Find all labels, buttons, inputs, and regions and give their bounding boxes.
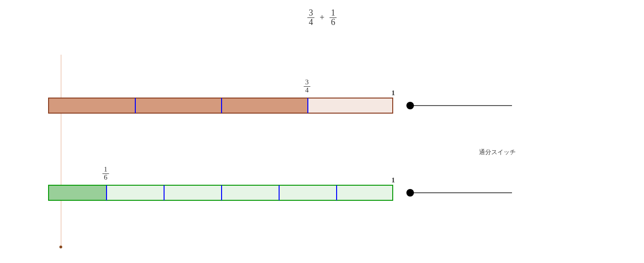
common-denominator-switch-label: 通分スイッチ	[479, 148, 516, 156]
bar-divider	[164, 185, 165, 200]
bar-divider	[221, 185, 222, 200]
bar-divider	[221, 98, 222, 113]
fraction-bar-top	[48, 98, 393, 114]
diagram-canvas: 3 4 + 1 6 3 4 1 1 6 1 通分スイッチ	[0, 0, 644, 263]
fraction-bar-top-label: 3 4	[304, 79, 310, 94]
expression: 3 4 + 1 6	[307, 8, 337, 27]
fraction-1-den: 4	[307, 17, 314, 27]
slider-bottom[interactable]	[410, 192, 512, 193]
fraction-bar-bottom-label: 1 6	[102, 166, 109, 181]
slider-bottom-handle-icon[interactable]	[406, 189, 414, 197]
fraction-2: 1 6	[330, 8, 337, 27]
fraction-1: 3 4	[307, 8, 314, 27]
bar-divider	[106, 185, 107, 200]
fraction-bar-top-label-num: 3	[304, 79, 310, 86]
fraction-2-den: 6	[330, 17, 337, 27]
fraction-bar-bottom-whole-label: 1	[391, 176, 395, 184]
fraction-bar-bottom-label-num: 1	[102, 166, 109, 173]
fraction-bar-top-whole-label: 1	[391, 89, 395, 97]
fraction-bar-bottom	[48, 185, 393, 201]
fraction-bar-top-label-den: 4	[304, 86, 310, 94]
fraction-2-num: 1	[330, 8, 337, 17]
guide-dot-icon[interactable]	[59, 246, 62, 248]
bar-divider	[307, 98, 308, 113]
bar-filled-segment	[49, 186, 107, 200]
guide-line[interactable]	[61, 55, 61, 247]
bar-filled-segment	[49, 99, 308, 113]
fraction-1-num: 3	[307, 8, 314, 17]
bar-divider	[279, 185, 280, 200]
fraction-bar-bottom-label-den: 6	[102, 173, 109, 181]
bar-divider	[336, 185, 337, 200]
bar-empty-segment	[107, 186, 392, 200]
operator-plus: +	[317, 13, 327, 23]
slider-top-handle-icon[interactable]	[406, 102, 414, 109]
bar-empty-segment	[308, 99, 392, 113]
bar-divider	[135, 98, 136, 113]
slider-top[interactable]	[410, 105, 512, 106]
